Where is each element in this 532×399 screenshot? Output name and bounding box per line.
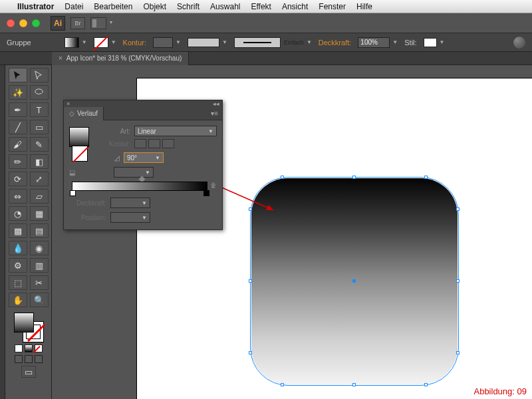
blob-brush-tool[interactable]: ✏ xyxy=(9,154,27,169)
brush-def[interactable]: Einfach▼ xyxy=(234,37,312,48)
menu-view[interactable]: Ansicht xyxy=(282,2,308,11)
width-tool[interactable]: ⇔ xyxy=(9,189,27,203)
stroke-align-within[interactable] xyxy=(134,139,146,148)
scale-tool[interactable]: ⤢ xyxy=(30,172,49,186)
zoom-window-button[interactable] xyxy=(32,19,40,27)
selection-handle[interactable] xyxy=(424,176,428,179)
line-tool[interactable]: ╱ xyxy=(9,120,27,134)
paintbrush-tool[interactable]: 🖌 xyxy=(9,137,27,152)
menu-type[interactable]: Schrift xyxy=(177,2,200,11)
selection-handle[interactable] xyxy=(281,176,284,179)
figure-caption: Abbildung: 09 xyxy=(473,386,527,396)
stroke-align-along[interactable] xyxy=(148,139,160,148)
panel-menu-icon[interactable]: ▾≡ xyxy=(207,110,222,117)
mesh-tool[interactable]: ▩ xyxy=(9,223,27,238)
selection-handle[interactable] xyxy=(456,279,460,283)
delete-stop-icon[interactable]: 🗑 xyxy=(210,182,217,189)
menu-help[interactable]: Hilfe xyxy=(356,2,372,11)
gradient-panel[interactable]: × ◂◂ ◇Verlauf ▾≡ Art: Linear▼ Kontur: xyxy=(63,100,223,230)
gradient-tool[interactable]: ▤ xyxy=(30,223,49,238)
selection-handle[interactable] xyxy=(249,207,252,211)
fill-stroke-indicator[interactable] xyxy=(14,313,43,342)
direct-selection-tool[interactable] xyxy=(30,68,49,82)
menu-edit[interactable]: Bearbeiten xyxy=(94,2,132,11)
rectangle-tool[interactable]: ▭ xyxy=(30,120,49,134)
stroke-label: Kontur: xyxy=(93,140,130,148)
selection-handle[interactable] xyxy=(352,176,356,179)
graph-tool[interactable]: ▥ xyxy=(30,258,49,273)
selection-handle[interactable] xyxy=(456,207,460,211)
menu-object[interactable]: Objekt xyxy=(143,2,166,11)
rotate-tool[interactable]: ⟳ xyxy=(9,172,27,186)
draw-behind-button[interactable] xyxy=(25,355,33,363)
gradient-angle-input[interactable]: 90°▼ xyxy=(124,152,164,163)
artboard-tool[interactable]: ⬚ xyxy=(9,275,27,290)
menu-file[interactable]: Datei xyxy=(65,2,83,11)
hand-tool[interactable]: ✋ xyxy=(9,293,27,307)
stroke-align-across[interactable] xyxy=(162,139,174,148)
stop-position-label: Position: xyxy=(69,214,106,221)
mac-menubar[interactable]: Illustrator Datei Bearbeiten Objekt Schr… xyxy=(0,0,532,13)
draw-normal-button[interactable] xyxy=(15,355,23,363)
workspace-switcher-icon[interactable] xyxy=(513,37,525,49)
zoom-tool[interactable]: 🔍 xyxy=(30,293,49,307)
fill-indicator[interactable] xyxy=(14,313,34,332)
gradient-ramp[interactable] xyxy=(72,182,207,191)
selection-handle[interactable] xyxy=(249,351,252,354)
stroke-label[interactable]: Kontur: xyxy=(123,39,146,47)
menu-window[interactable]: Fenster xyxy=(319,2,346,11)
gradient-type-dropdown[interactable]: Linear▼ xyxy=(134,126,217,136)
none-mode-button[interactable] xyxy=(35,344,43,352)
menu-select[interactable]: Auswahl xyxy=(210,2,240,11)
eyedropper-tool[interactable]: 💧 xyxy=(9,241,27,255)
fill-swatch[interactable]: ▼ xyxy=(65,37,87,48)
blend-tool[interactable]: ◉ xyxy=(30,241,49,255)
screen-mode-button[interactable]: ▭ xyxy=(21,366,36,378)
lasso-tool[interactable] xyxy=(30,85,49,100)
symbol-sprayer-tool[interactable]: ⚙ xyxy=(9,258,27,273)
selection-handle[interactable] xyxy=(456,351,460,354)
close-window-button[interactable] xyxy=(7,19,15,27)
color-mode-button[interactable] xyxy=(15,344,23,352)
gradient-stop-end[interactable] xyxy=(203,190,209,196)
selection-handle[interactable] xyxy=(249,279,252,283)
gradient-stroke-swatch[interactable] xyxy=(72,146,88,162)
panel-close-icon[interactable]: × xyxy=(66,100,70,107)
selection-handle[interactable] xyxy=(352,383,356,386)
panel-tab-gradient[interactable]: ◇Verlauf xyxy=(64,107,104,120)
close-tab-icon[interactable]: × xyxy=(59,55,63,62)
gradient-stop-start[interactable] xyxy=(70,190,76,196)
perspective-tool[interactable]: ▦ xyxy=(30,206,49,221)
tool-panel: ✨ ✒ T ╱ ▭ 🖌 ✎ ✏ ◧ ⟳ ⤢ ⇔ ▱ ◔ ▦ ▩ ▤ 💧 ◉ ⚙ … xyxy=(5,65,52,399)
style-label: Stil: xyxy=(404,39,416,47)
opacity-label[interactable]: Deckkraft: xyxy=(319,39,352,47)
free-transform-tool[interactable]: ▱ xyxy=(30,189,49,203)
panel-collapse-icon[interactable]: ◂◂ xyxy=(213,100,219,107)
selection-handle[interactable] xyxy=(424,383,428,386)
menu-app[interactable]: Illustrator xyxy=(17,2,54,11)
tool-panel-handle[interactable] xyxy=(0,65,5,399)
type-tool[interactable]: T xyxy=(30,102,49,117)
stroke-swatch[interactable]: ▼ xyxy=(94,37,116,48)
pencil-tool[interactable]: ✎ xyxy=(30,137,49,152)
pen-tool[interactable]: ✒ xyxy=(9,102,27,117)
document-tab[interactable]: × App Icon* bei 318 % (CMYK/Vorschau) xyxy=(52,52,189,65)
shape-builder-tool[interactable]: ◔ xyxy=(9,206,27,221)
gradient-mode-button[interactable] xyxy=(25,344,33,352)
selection-tool[interactable] xyxy=(9,68,27,82)
minimize-window-button[interactable] xyxy=(19,19,27,27)
angle-icon: ◿ xyxy=(114,154,120,162)
style-swatch[interactable]: ▼ xyxy=(424,38,445,47)
draw-inside-button[interactable] xyxy=(35,355,43,363)
eraser-tool[interactable]: ◧ xyxy=(30,154,49,169)
menu-effect[interactable]: Effekt xyxy=(251,2,271,11)
magic-wand-tool[interactable]: ✨ xyxy=(9,85,27,100)
bridge-button[interactable]: Br xyxy=(70,17,85,29)
stroke-profile[interactable]: ▼ xyxy=(188,38,227,47)
gradient-preview-swatch[interactable] xyxy=(69,127,89,147)
opacity-input[interactable]: 100%▼ xyxy=(358,37,398,48)
stroke-weight-input[interactable]: ▼ xyxy=(153,37,181,48)
slice-tool[interactable]: ✂ xyxy=(30,275,49,290)
arrange-documents-button[interactable] xyxy=(90,17,106,29)
selection-handle[interactable] xyxy=(281,383,284,386)
